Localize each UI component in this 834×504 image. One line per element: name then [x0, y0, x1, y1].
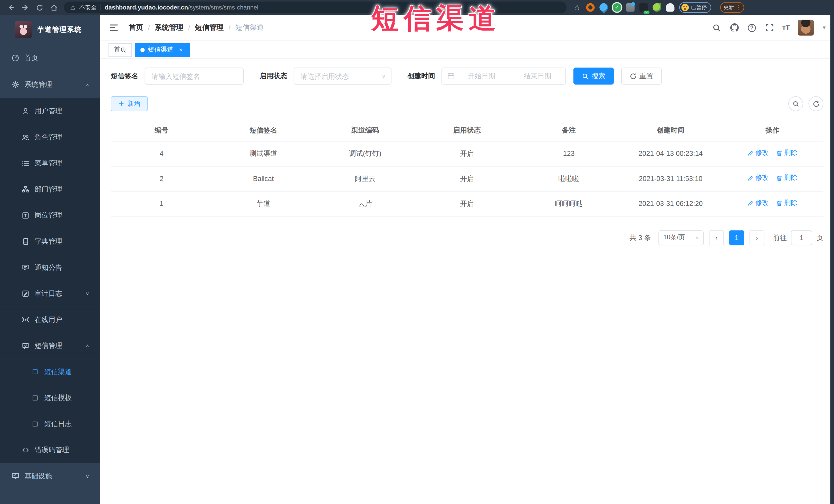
breadcrumb-separator: /: [228, 24, 231, 31]
table-toolbar: 新增: [111, 96, 824, 111]
breadcrumb-item-系统管理[interactable]: 系统管理: [155, 23, 183, 32]
status-select[interactable]: ∨: [294, 67, 392, 85]
back-icon[interactable]: [6, 3, 16, 12]
chevron-down-icon: ∨: [86, 291, 89, 296]
cell-created: 2021-03-31 11:53:10: [620, 166, 722, 191]
browser-update-button[interactable]: 更新 ⋮: [720, 2, 744, 13]
delete-link[interactable]: 删除: [776, 148, 797, 157]
sidebar-item-首页[interactable]: 首页: [0, 45, 100, 71]
page-size-select[interactable]: 10条/页 ∨: [658, 230, 704, 245]
date-start-placeholder[interactable]: 开始日期: [459, 71, 504, 81]
date-end-placeholder[interactable]: 结束日期: [515, 71, 560, 81]
sidebar-item-基础设施[interactable]: 基础设施∨: [0, 463, 100, 490]
address-bar[interactable]: ⚠ 不安全 dashboard.yudao.iocoder.cn/system/…: [64, 2, 567, 13]
leaf-extension-icon[interactable]: [653, 3, 661, 12]
org-tree-icon: [21, 185, 29, 193]
delete-link-label: 删除: [784, 198, 797, 207]
sidebar-item-label: 岗位管理: [35, 211, 62, 220]
chevron-up-icon: ∧: [86, 343, 89, 348]
github-icon[interactable]: [729, 23, 739, 32]
sliders-extension-icon[interactable]: [626, 3, 635, 12]
help-question-icon[interactable]: [747, 23, 757, 32]
sign-input[interactable]: [145, 68, 243, 84]
submenu-square-icon: [31, 394, 39, 401]
tabs-bar: 首页短信渠道×: [100, 41, 834, 59]
refresh-icon: [812, 101, 819, 107]
cell-id: 1: [111, 191, 213, 216]
sidebar-item-短信日志[interactable]: 短信日志: [0, 411, 100, 437]
prev-page-button[interactable]: ‹: [709, 230, 724, 245]
breadcrumb-item-短信管理[interactable]: 短信管理: [195, 23, 224, 32]
delete-link[interactable]: 删除: [776, 173, 797, 182]
sidebar-item-部门管理[interactable]: 部门管理: [0, 176, 100, 202]
toggle-search-button[interactable]: [788, 96, 803, 111]
sidebar-item-通知公告[interactable]: 通知公告: [0, 254, 100, 280]
status-select-input[interactable]: [294, 68, 391, 84]
infrastructure-icon: [11, 472, 19, 480]
reload-icon[interactable]: [35, 3, 44, 12]
search-icon[interactable]: [712, 23, 722, 32]
breadcrumb-item-首页[interactable]: 首页: [129, 23, 143, 32]
font-size-icon[interactable]: ᴛT: [783, 24, 790, 31]
home-icon[interactable]: [49, 3, 59, 12]
edit-link[interactable]: 修改: [747, 198, 769, 207]
column-header-启用状态: 启用状态: [416, 119, 518, 141]
window-scrollbar[interactable]: [830, 15, 834, 504]
sidebar-item-短信管理[interactable]: 短信管理∧: [0, 332, 100, 359]
green-check-extension-icon[interactable]: ✓: [613, 3, 621, 12]
sidebar-item-在线用户[interactable]: 在线用户: [0, 307, 100, 333]
close-tab-icon[interactable]: ×: [177, 46, 184, 53]
reset-button[interactable]: 重置: [621, 67, 661, 85]
orange-ring-extension-icon[interactable]: [586, 3, 594, 12]
tab-短信渠道[interactable]: 短信渠道×: [135, 43, 190, 57]
location-pin-extension-icon[interactable]: [598, 2, 610, 14]
edit-link[interactable]: 修改: [747, 148, 769, 157]
browser-menu-kebab-icon[interactable]: ⋮: [736, 5, 741, 10]
plus-icon: [118, 101, 125, 107]
date-range-picker[interactable]: 开始日期 - 结束日期: [441, 67, 566, 85]
sidebar-item-系统管理[interactable]: 系统管理∧: [0, 71, 100, 98]
forward-icon[interactable]: [21, 3, 30, 12]
edit-link[interactable]: 修改: [747, 173, 769, 182]
tab-label: 首页: [114, 45, 127, 54]
search-button[interactable]: 搜索: [573, 67, 614, 85]
fullscreen-icon[interactable]: [765, 23, 774, 32]
avatar[interactable]: [798, 20, 814, 36]
sidebar-item-错误码管理[interactable]: 错误码管理: [0, 437, 100, 463]
delete-trash-icon: [776, 200, 783, 206]
bookmark-star-icon[interactable]: ☆: [573, 3, 581, 12]
sidebar-item-短信模板[interactable]: 短信模板: [0, 385, 100, 411]
sidebar-item-label: 用户管理: [35, 106, 62, 115]
active-tab-dot: [140, 47, 145, 52]
sidebar-item-岗位管理[interactable]: 岗位管理: [0, 202, 100, 228]
tab-首页[interactable]: 首页: [109, 43, 132, 57]
column-header-操作: 操作: [722, 119, 824, 141]
browser-toolbar: ⚠ 不安全 dashboard.yudao.iocoder.cn/system/…: [0, 0, 834, 15]
sidebar-collapse-icon[interactable]: [109, 22, 119, 33]
sidebar-item-角色管理[interactable]: 角色管理: [0, 124, 100, 150]
cell-code: 阿里云: [314, 166, 416, 191]
sidebar-item-用户管理[interactable]: 用户管理: [0, 98, 100, 124]
users-icon: [21, 133, 29, 141]
delete-trash-icon: [776, 150, 783, 156]
vpn-on-extension-icon[interactable]: [639, 3, 648, 12]
sidebar-item-字典管理[interactable]: 字典管理: [0, 228, 100, 255]
next-page-button[interactable]: ›: [749, 230, 764, 245]
avatar-caret-down-icon[interactable]: ▼: [822, 25, 827, 30]
gear-icon: [11, 81, 19, 89]
sidebar-item-审计日志[interactable]: 审计日志∨: [0, 280, 100, 307]
not-secure-warning-icon[interactable]: ⚠: [70, 5, 75, 10]
profile-paused-badge[interactable]: 已暂停: [679, 2, 711, 13]
goto-page-input[interactable]: [791, 230, 812, 245]
add-button[interactable]: 新增: [111, 96, 148, 111]
sidebar: 芋道管理系统 首页系统管理∧用户管理角色管理菜单管理部门管理岗位管理字典管理通知…: [0, 15, 100, 504]
sidebar-item-短信渠道[interactable]: 短信渠道: [0, 359, 100, 385]
delete-link[interactable]: 删除: [776, 198, 797, 207]
refresh-table-button[interactable]: [809, 96, 824, 111]
sidebar-item-label: 审计日志: [35, 289, 62, 298]
ghost-extension-icon[interactable]: [666, 3, 674, 12]
page-number-1[interactable]: 1: [729, 230, 744, 245]
sidebar-item-菜单管理[interactable]: 菜单管理: [0, 150, 100, 176]
screen: ⚠ 不安全 dashboard.yudao.iocoder.cn/system/…: [0, 0, 834, 504]
cell-remark: 啦啦啦: [518, 166, 620, 191]
